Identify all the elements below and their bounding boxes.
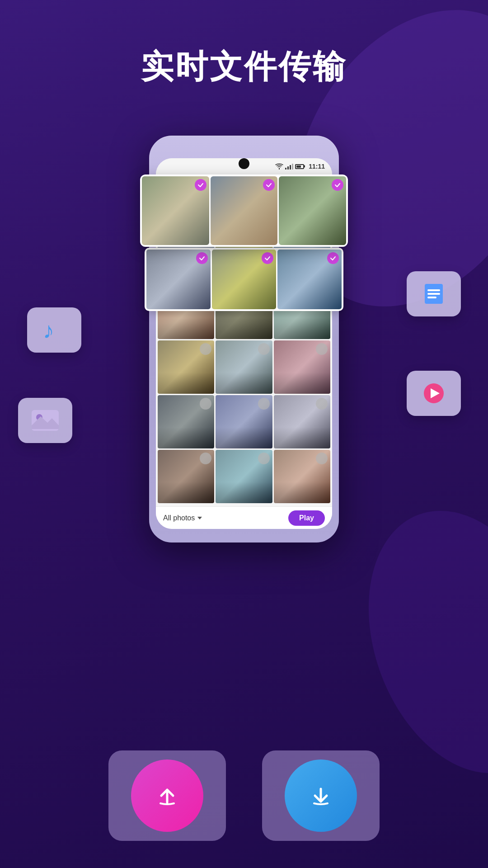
- phone-mockup: 11:11: [149, 136, 339, 542]
- photo-cell-15[interactable]: [274, 395, 330, 448]
- battery-icon: [295, 164, 304, 169]
- photo-cell-14[interactable]: [216, 395, 272, 448]
- photo-cell-11[interactable]: [216, 340, 272, 394]
- sec-photo-3: [277, 250, 342, 309]
- photo-cell-10[interactable]: [158, 340, 214, 394]
- select-circle-17: [258, 453, 270, 464]
- select-circle-10: [200, 343, 211, 355]
- photo-row-6: [158, 450, 330, 503]
- selected-photo-3: [279, 176, 346, 245]
- floating-check-2: [263, 179, 275, 191]
- sec-check-2: [262, 252, 273, 264]
- status-time: 11:11: [309, 163, 325, 170]
- selected-row-overlay: [140, 175, 348, 247]
- select-circle-12: [316, 343, 328, 355]
- select-circle-13: [200, 398, 211, 410]
- select-circle-18: [316, 453, 328, 464]
- photo-cell-17[interactable]: [216, 450, 272, 503]
- svg-rect-3: [427, 293, 440, 295]
- download-card: [262, 750, 380, 841]
- selected-photo-1: [142, 176, 209, 245]
- music-file-icon: ♪: [27, 307, 81, 353]
- signal-bars-icon: [285, 163, 293, 170]
- upload-button[interactable]: [131, 760, 203, 832]
- all-photos-label: All photos: [163, 514, 195, 522]
- select-circle-11: [258, 343, 270, 355]
- sec-photo-1: [146, 250, 211, 309]
- video-file-icon: [407, 371, 461, 416]
- select-circle-14: [258, 398, 270, 410]
- photo-cell-12[interactable]: [274, 340, 330, 394]
- floating-check-1: [195, 179, 206, 191]
- floating-check-3: [332, 179, 343, 191]
- chevron-down-icon: [197, 517, 202, 519]
- status-icons: 11:11: [275, 163, 325, 170]
- front-camera: [239, 158, 249, 169]
- document-file-icon: [407, 271, 461, 316]
- photo-row-5: [158, 395, 330, 448]
- play-triangle-icon: [422, 382, 445, 405]
- photo-cell-16[interactable]: [158, 450, 214, 503]
- select-circle-15: [316, 398, 328, 410]
- svg-rect-4: [427, 297, 436, 298]
- svg-rect-2: [427, 289, 440, 291]
- photo-cell-18[interactable]: [274, 450, 330, 503]
- selected-photo-2: [211, 176, 278, 245]
- select-circle-16: [200, 453, 211, 464]
- doc-lines-icon: [420, 280, 447, 307]
- play-button[interactable]: Play: [288, 510, 325, 526]
- sec-photo-2: [212, 250, 276, 309]
- page-title: 实时文件传输: [0, 45, 488, 89]
- bottom-toolbar: All photos Play: [156, 506, 332, 529]
- upload-arrow-icon: [151, 780, 183, 811]
- all-photos-button[interactable]: All photos: [163, 514, 202, 522]
- bottom-action-area: [0, 750, 488, 841]
- photo-row-4: [158, 340, 330, 394]
- photo-cell-13[interactable]: [158, 395, 214, 448]
- second-row-overlay: [145, 248, 343, 311]
- image-file-icon: [18, 398, 72, 443]
- upload-card: [108, 750, 226, 841]
- download-button[interactable]: [285, 760, 357, 832]
- image-landscape-icon: [29, 405, 61, 436]
- download-arrow-icon: [305, 780, 337, 811]
- wifi-icon: [275, 163, 283, 170]
- music-note-icon: ♪: [41, 316, 68, 344]
- sec-check-3: [327, 252, 339, 264]
- svg-text:♪: ♪: [43, 318, 54, 343]
- sec-check-1: [196, 252, 208, 264]
